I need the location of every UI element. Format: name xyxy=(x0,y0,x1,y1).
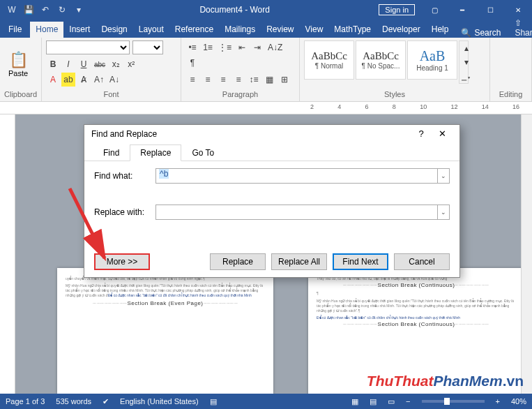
tab-help[interactable]: Help xyxy=(426,22,455,38)
ribbon: 📋 Paste Clipboard B I U abc x₂ x² A ab A… xyxy=(0,38,532,102)
replace-with-input[interactable] xyxy=(155,204,438,220)
font-size-select[interactable] xyxy=(132,40,163,54)
close-icon[interactable]: ✕ xyxy=(504,0,532,20)
dialog-tab-replace[interactable]: Replace xyxy=(130,144,181,161)
horizontal-ruler[interactable]: 2 4 6 8 10 12 14 16 xyxy=(0,102,532,114)
font-color-button[interactable]: A xyxy=(46,73,60,87)
line-spacing-button[interactable]: ↕≡ xyxy=(247,73,261,87)
align-left-button[interactable]: ≡ xyxy=(185,73,199,87)
dialog-titlebar[interactable]: Find and Replace ? ✕ xyxy=(84,125,459,142)
subscript-button[interactable]: x₂ xyxy=(109,57,123,71)
superscript-button[interactable]: x² xyxy=(124,57,138,71)
find-next-button[interactable]: Find Next xyxy=(333,253,388,270)
style-heading1[interactable]: AaB Heading 1 xyxy=(407,40,457,80)
numbering-button[interactable]: 1≡ xyxy=(201,40,215,54)
group-label-font: Font xyxy=(46,89,176,100)
sort-button[interactable]: A↓Z xyxy=(266,40,284,54)
dialog-help-icon[interactable]: ? xyxy=(411,128,432,139)
word-app-icon[interactable]: W xyxy=(4,2,20,17)
highlight-button[interactable]: ab xyxy=(61,73,75,87)
style-normal[interactable]: AaBbCc ¶ Normal xyxy=(304,40,354,80)
tab-view[interactable]: View xyxy=(300,22,329,38)
undo-icon[interactable]: ↶ xyxy=(38,2,53,17)
replace-all-button[interactable]: Replace All xyxy=(271,253,327,270)
dialog-tabs: Find Replace Go To xyxy=(84,144,459,161)
sign-in-button[interactable]: Sign in xyxy=(379,4,415,15)
ribbon-options-icon[interactable]: ▢ xyxy=(420,0,448,20)
replace-with-dropdown-icon[interactable]: ⌄ xyxy=(438,204,450,220)
qat-dropdown-icon[interactable]: ▾ xyxy=(71,2,86,17)
paste-button[interactable]: 📋 Paste xyxy=(4,40,32,88)
page-left: uyển chuyển và mềm mại. Sự dẻo dai, vẻ đ… xyxy=(57,268,273,394)
style-no-spacing[interactable]: AaBbCc ¶ No Spac... xyxy=(356,40,406,80)
search-icon: 🔍 xyxy=(461,28,471,38)
tab-review[interactable]: Review xyxy=(261,22,299,38)
find-what-dropdown-icon[interactable]: ⌄ xyxy=(438,168,450,184)
share-button[interactable]: ⇧ Share xyxy=(508,18,532,38)
tab-file[interactable]: File xyxy=(0,22,30,38)
dialog-close-icon[interactable]: ✕ xyxy=(432,128,453,139)
styles-more-icon[interactable]: ⎯▾ xyxy=(459,69,473,83)
underline-button[interactable]: U xyxy=(77,57,91,71)
window-title: Document4 - Word xyxy=(91,5,379,15)
vertical-scrollbar[interactable] xyxy=(521,114,532,394)
font-family-select[interactable] xyxy=(46,40,130,54)
zoom-level[interactable]: 40% xyxy=(511,397,526,406)
bold-button[interactable]: B xyxy=(46,57,60,71)
tab-layout[interactable]: Layout xyxy=(133,22,169,38)
zoom-out-icon[interactable]: − xyxy=(406,397,410,406)
dialog-title: Find and Replace xyxy=(91,129,157,139)
status-page[interactable]: Page 1 of 3 xyxy=(6,397,45,406)
strike-button[interactable]: abc xyxy=(92,57,107,71)
tab-references[interactable]: Reference xyxy=(169,22,219,38)
replace-button[interactable]: Replace xyxy=(210,253,266,270)
tab-developer[interactable]: Developer xyxy=(377,22,426,38)
more-button[interactable]: More >> xyxy=(94,253,150,270)
tab-home[interactable]: Home xyxy=(30,22,63,38)
decrease-indent-button[interactable]: ⇤ xyxy=(235,40,249,54)
styles-up-icon[interactable]: ▴ xyxy=(459,41,473,55)
status-words[interactable]: 535 words xyxy=(56,397,91,406)
status-spellcheck-icon[interactable]: ✔ xyxy=(102,397,109,406)
minimize-icon[interactable]: ━ xyxy=(448,0,476,20)
zoom-slider[interactable] xyxy=(422,400,485,403)
quick-access-toolbar: W 💾 ↶ ↻ ▾ xyxy=(0,2,91,17)
justify-button[interactable]: ≡ xyxy=(231,73,245,87)
borders-button[interactable]: ⊞ xyxy=(278,73,291,87)
search-box[interactable]: 🔍 Search xyxy=(454,28,508,38)
find-what-input[interactable]: ^b xyxy=(155,168,438,184)
status-macro-icon[interactable]: ▤ xyxy=(210,397,217,406)
shrink-font-button[interactable]: A↓ xyxy=(107,73,121,87)
show-marks-button[interactable]: ¶ xyxy=(185,56,199,70)
view-print-icon[interactable]: ▤ xyxy=(370,397,377,406)
status-language[interactable]: English (United States) xyxy=(120,397,199,406)
tab-design[interactable]: Design xyxy=(96,22,132,38)
vertical-ruler[interactable] xyxy=(0,114,15,394)
dialog-tab-find[interactable]: Find xyxy=(93,144,130,161)
tab-mathtype[interactable]: MathType xyxy=(328,22,377,38)
multilevel-button[interactable]: ⋮≡ xyxy=(216,40,234,54)
view-read-icon[interactable]: ▦ xyxy=(351,397,358,406)
search-label: Search xyxy=(474,28,501,38)
tab-mailings[interactable]: Mailings xyxy=(219,22,261,38)
bullets-button[interactable]: •≡ xyxy=(185,40,199,54)
save-icon[interactable]: 💾 xyxy=(21,2,36,17)
dialog-tab-goto[interactable]: Go To xyxy=(181,144,225,161)
view-web-icon[interactable]: ▭ xyxy=(388,397,395,406)
watermark: ThuThuatPhanMem.vn xyxy=(367,373,524,389)
group-editing: Editing xyxy=(490,38,532,101)
grow-font-button[interactable]: A↑ xyxy=(92,73,106,87)
align-right-button[interactable]: ≡ xyxy=(216,73,230,87)
statusbar: Page 1 of 3 535 words ✔ English (United … xyxy=(0,394,532,409)
italic-button[interactable]: I xyxy=(61,57,75,71)
increase-indent-button[interactable]: ⇥ xyxy=(250,40,264,54)
clear-format-button[interactable]: A̷ xyxy=(77,73,91,87)
maximize-icon[interactable]: ☐ xyxy=(476,0,504,20)
styles-down-icon[interactable]: ▾ xyxy=(459,55,473,69)
tab-insert[interactable]: Insert xyxy=(63,22,96,38)
zoom-in-icon[interactable]: + xyxy=(496,397,500,406)
align-center-button[interactable]: ≡ xyxy=(201,73,215,87)
redo-icon[interactable]: ↻ xyxy=(54,2,70,17)
shading-button[interactable]: ▦ xyxy=(262,73,276,87)
cancel-button[interactable]: Cancel xyxy=(394,253,450,270)
